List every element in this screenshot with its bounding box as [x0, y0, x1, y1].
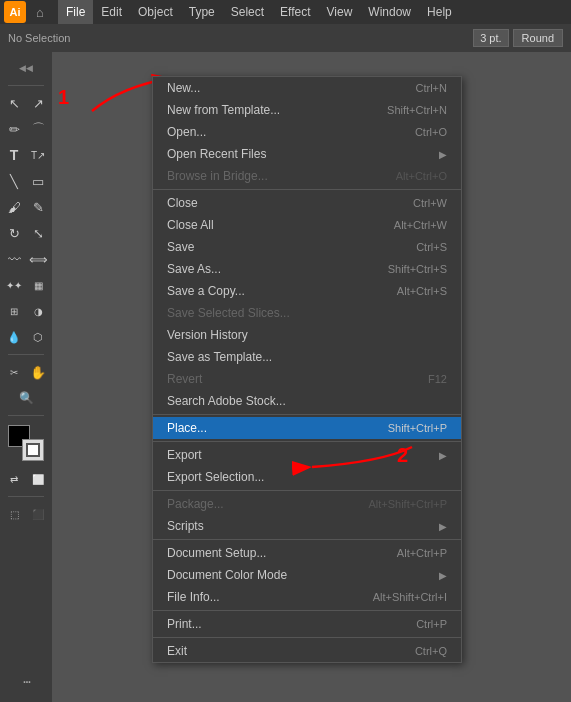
menu-place[interactable]: Place... Shift+Ctrl+P [153, 417, 461, 439]
menu-close[interactable]: Close Ctrl+W [153, 192, 461, 214]
menu-save[interactable]: Save Ctrl+S [153, 236, 461, 258]
left-toolbar: ◀◀ ↖ ↗ ✏ ⌒ T T↗ ╲ ▭ 🖌 ✎ ↻ ⤡ 〰 ⟺ [0, 52, 52, 702]
tool-row-1: ↖ ↗ [0, 91, 52, 115]
menu-export[interactable]: Export ▶ [153, 444, 461, 466]
tool-row-7: 〰 ⟺ [0, 247, 52, 271]
menu-search-stock[interactable]: Search Adobe Stock... [153, 390, 461, 412]
pen-tool[interactable]: ✏ [2, 117, 26, 141]
stroke-box[interactable]: 3 pt. [473, 29, 508, 47]
menu-save-copy[interactable]: Save a Copy... Alt+Ctrl+S [153, 280, 461, 302]
symbol-sprayer-tool[interactable]: ✦✦ [2, 273, 26, 297]
line-tool[interactable]: ╲ [2, 169, 26, 193]
area-type-tool[interactable]: T↗ [26, 143, 50, 167]
menu-export-selection[interactable]: Export Selection... [153, 466, 461, 488]
blend-tool[interactable]: ⬡ [26, 325, 50, 349]
tool-row-5: 🖌 ✎ [0, 195, 52, 219]
hand-tool[interactable]: ✋ [26, 360, 50, 384]
menu-effect[interactable]: Effect [272, 0, 318, 24]
menu-select[interactable]: Select [223, 0, 272, 24]
menu-version-history[interactable]: Version History [153, 324, 461, 346]
stroke-value: 3 pt. [480, 32, 501, 44]
menu-browse-bridge: Browse in Bridge... Alt+Ctrl+O [153, 165, 461, 187]
label-2: 2 [397, 444, 408, 467]
tool-row-10: 💧 ⬡ [0, 325, 52, 349]
divider-3 [8, 415, 44, 416]
menu-exit[interactable]: Exit Ctrl+Q [153, 640, 461, 662]
sep-4 [153, 490, 461, 491]
scissors-tool[interactable]: ✂ [2, 360, 26, 384]
tool-row-2: ✏ ⌒ [0, 117, 52, 141]
reset-colors[interactable]: ⬜ [26, 467, 50, 491]
artboard-view[interactable]: ⬚ [2, 502, 26, 526]
round-badge[interactable]: Round [513, 29, 563, 47]
content-area: 1 New... Ctrl+N New from Template... Shi… [52, 52, 571, 702]
more-tools-btn[interactable]: ··· [14, 670, 38, 694]
menu-file-info[interactable]: File Info... Alt+Shift+Ctrl+I [153, 586, 461, 608]
tool-row-9: ⊞ ◑ [0, 299, 52, 323]
dropdown-menu: New... Ctrl+N New from Template... Shift… [152, 76, 462, 663]
label-1: 1 [58, 86, 69, 109]
zoom-tool[interactable]: 🔍 [14, 386, 38, 410]
menu-view[interactable]: View [319, 0, 361, 24]
menu-close-all[interactable]: Close All Alt+Ctrl+W [153, 214, 461, 236]
scale-tool[interactable]: ⤡ [26, 221, 50, 245]
divider-2 [8, 354, 44, 355]
ai-logo: Ai [4, 1, 26, 23]
menu-new[interactable]: New... Ctrl+N [153, 77, 461, 99]
tool-row-6: ↻ ⤡ [0, 221, 52, 245]
sep-2 [153, 414, 461, 415]
tool-row-8: ✦✦ ▦ [0, 273, 52, 297]
selection-tool[interactable]: ↖ [2, 91, 26, 115]
pencil-tool[interactable]: ✎ [26, 195, 50, 219]
tool-row-12: 🔍 [0, 386, 52, 410]
toolbar-row: No Selection 3 pt. Round [0, 24, 571, 52]
width-tool[interactable]: ⟺ [26, 247, 50, 271]
menu-help[interactable]: Help [419, 0, 460, 24]
stroke-inner [26, 443, 40, 457]
menu-new-template[interactable]: New from Template... Shift+Ctrl+N [153, 99, 461, 121]
divider-1 [8, 85, 44, 86]
canvas-view[interactable]: ⬛ [26, 502, 50, 526]
menu-file[interactable]: File [58, 0, 93, 24]
sep-5 [153, 539, 461, 540]
divider-4 [8, 496, 44, 497]
paintbrush-tool[interactable]: 🖌 [2, 195, 26, 219]
menu-items: File Edit Object Type Select Effect View… [58, 0, 460, 24]
menu-open[interactable]: Open... Ctrl+O [153, 121, 461, 143]
menu-open-recent[interactable]: Open Recent Files ▶ [153, 143, 461, 165]
tool-row-swap: ⇄ ⬜ [0, 467, 52, 491]
rotate-tool[interactable]: ↻ [2, 221, 26, 245]
curvature-tool[interactable]: ⌒ [26, 117, 50, 141]
sep-6 [153, 610, 461, 611]
tool-row-3: T T↗ [0, 143, 52, 167]
eyedropper-tool[interactable]: 💧 [2, 325, 26, 349]
menu-scripts[interactable]: Scripts ▶ [153, 515, 461, 537]
type-tool[interactable]: T [2, 143, 26, 167]
no-selection-label: No Selection [8, 32, 70, 44]
menu-save-as[interactable]: Save As... Shift+Ctrl+S [153, 258, 461, 280]
mesh-tool[interactable]: ⊞ [2, 299, 26, 323]
menu-bar: Ai ⌂ File Edit Object Type Select Effect… [0, 0, 571, 24]
menu-save-template[interactable]: Save as Template... [153, 346, 461, 368]
stroke-color[interactable] [22, 439, 44, 461]
menu-edit[interactable]: Edit [93, 0, 130, 24]
home-icon[interactable]: ⌂ [30, 2, 50, 22]
menu-type[interactable]: Type [181, 0, 223, 24]
column-graph-tool[interactable]: ▦ [26, 273, 50, 297]
tool-row-11: ✂ ✋ [0, 360, 52, 384]
color-area [8, 425, 44, 461]
menu-print[interactable]: Print... Ctrl+P [153, 613, 461, 635]
rect-tool[interactable]: ▭ [26, 169, 50, 193]
swap-colors[interactable]: ⇄ [2, 467, 26, 491]
gradient-tool[interactable]: ◑ [26, 299, 50, 323]
menu-object[interactable]: Object [130, 0, 181, 24]
direct-selection-tool[interactable]: ↗ [26, 91, 50, 115]
more-tools[interactable]: ··· [14, 670, 38, 702]
menu-window[interactable]: Window [360, 0, 419, 24]
main-area: ◀◀ ↖ ↗ ✏ ⌒ T T↗ ╲ ▭ 🖌 ✎ ↻ ⤡ 〰 ⟺ [0, 52, 571, 702]
menu-color-mode[interactable]: Document Color Mode ▶ [153, 564, 461, 586]
warp-tool[interactable]: 〰 [2, 247, 26, 271]
menu-package: Package... Alt+Shift+Ctrl+P [153, 493, 461, 515]
collapse-btn[interactable]: ◀◀ [14, 56, 38, 80]
menu-document-setup[interactable]: Document Setup... Alt+Ctrl+P [153, 542, 461, 564]
